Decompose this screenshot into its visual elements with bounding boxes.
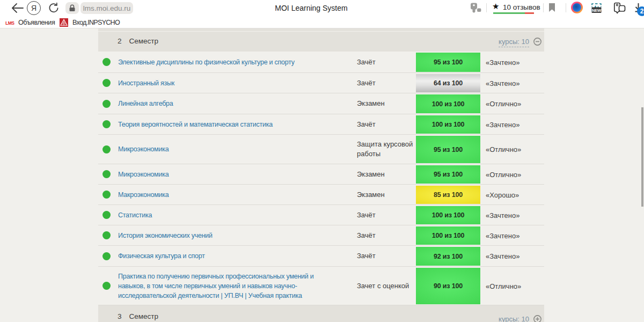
svg-text:NEW: NEW (592, 8, 602, 13)
